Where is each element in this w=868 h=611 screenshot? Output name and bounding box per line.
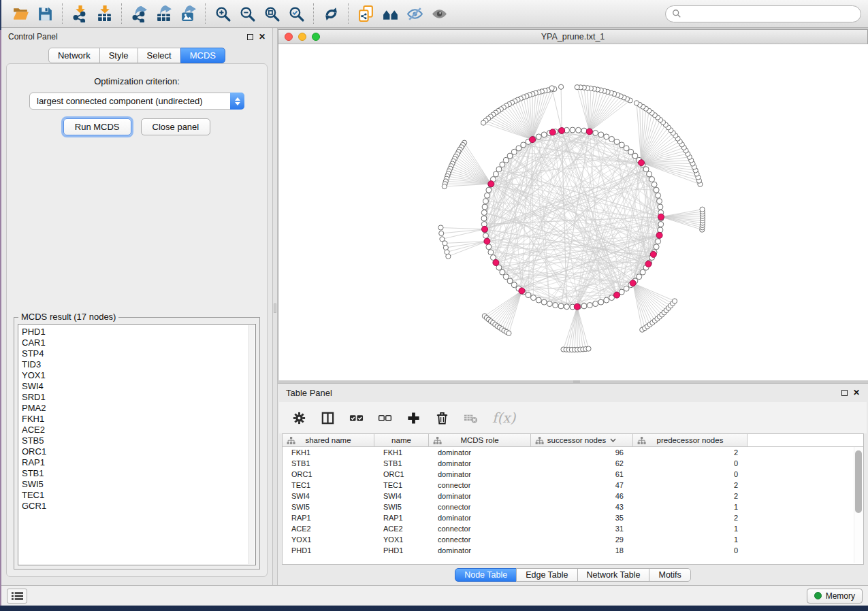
column-header-shared-name[interactable]: shared name bbox=[283, 434, 374, 446]
search-input[interactable] bbox=[686, 9, 854, 18]
table-row[interactable]: SWI5SWI5connector431 bbox=[283, 501, 863, 512]
tab-network[interactable]: Network bbox=[48, 48, 100, 63]
splitter-grip[interactable] bbox=[573, 380, 580, 383]
zoom-selected-button[interactable] bbox=[284, 3, 308, 24]
horizontal-splitter[interactable] bbox=[278, 380, 868, 383]
table-cell: 0 bbox=[633, 458, 748, 469]
table-row[interactable]: TEC1TEC1connector472 bbox=[283, 480, 863, 491]
shared-column-icon bbox=[637, 436, 646, 445]
mcds-result-item[interactable]: FKH1 bbox=[22, 414, 255, 425]
table-scrollbar-thumb[interactable] bbox=[855, 450, 862, 513]
table-cell: 1 bbox=[633, 523, 748, 534]
memory-button[interactable]: Memory bbox=[807, 589, 863, 604]
optimization-criterion-label: Optimization criterion: bbox=[7, 76, 267, 86]
mcds-result-item[interactable]: STB5 bbox=[22, 435, 255, 446]
mcds-result-item[interactable]: SWI5 bbox=[22, 479, 255, 490]
header-spacer bbox=[748, 434, 863, 446]
mcds-result-item[interactable]: SRD1 bbox=[22, 392, 255, 403]
cytoscape-window: Control Panel ✕ Network Style Select MCD… bbox=[1, 0, 868, 606]
criterion-dropdown[interactable]: largest connected component (undirected) bbox=[29, 93, 244, 110]
create-column-button[interactable] bbox=[406, 411, 421, 425]
export-network-button[interactable] bbox=[127, 3, 151, 24]
splitter-grip[interactable] bbox=[274, 303, 276, 313]
tab-network-table[interactable]: Network Table bbox=[577, 568, 650, 582]
new-network-from-selection-button[interactable] bbox=[353, 3, 378, 24]
table-row[interactable]: ACE2ACE2connector311 bbox=[283, 523, 863, 534]
table-settings-button[interactable] bbox=[292, 411, 306, 425]
table-panel-title: Table Panel bbox=[286, 388, 332, 398]
tab-motifs[interactable]: Motifs bbox=[649, 568, 690, 582]
tab-mcds[interactable]: MCDS bbox=[180, 48, 225, 63]
import-network-button[interactable] bbox=[67, 3, 92, 24]
show-columns-button[interactable] bbox=[321, 411, 335, 425]
zoom-in-button[interactable] bbox=[210, 3, 235, 24]
mcds-result-item[interactable]: PHD1 bbox=[22, 327, 255, 337]
apply-layout-button[interactable] bbox=[319, 3, 343, 24]
tab-edge-table[interactable]: Edge Table bbox=[516, 568, 577, 582]
close-panel-icon[interactable]: ✕ bbox=[259, 34, 266, 40]
import-table-button[interactable] bbox=[92, 3, 116, 24]
save-session-button[interactable] bbox=[33, 3, 57, 24]
table-row[interactable]: PHD1PHD1dominator180 bbox=[283, 545, 863, 556]
tab-style[interactable]: Style bbox=[99, 48, 138, 63]
table-cell: YOX1 bbox=[283, 534, 374, 545]
mcds-result-item[interactable]: GCR1 bbox=[22, 501, 255, 512]
select-all-button[interactable] bbox=[349, 411, 364, 425]
show-panel-list-button[interactable] bbox=[7, 589, 27, 604]
mcds-result-item[interactable]: ORC1 bbox=[22, 446, 255, 457]
close-panel-button[interactable]: Close panel bbox=[141, 118, 211, 135]
mcds-result-item[interactable]: CAR1 bbox=[22, 337, 255, 348]
column-header-successor-nodes[interactable]: successor nodes bbox=[531, 434, 633, 446]
node-table: shared name name MCDS role successor nod… bbox=[282, 433, 864, 565]
export-image-button[interactable] bbox=[176, 3, 200, 24]
tab-select[interactable]: Select bbox=[138, 48, 181, 63]
open-file-button[interactable] bbox=[8, 3, 33, 24]
float-panel-icon[interactable] bbox=[841, 390, 848, 396]
deselect-all-button[interactable] bbox=[378, 411, 392, 425]
zoom-out-button[interactable] bbox=[235, 3, 259, 24]
column-header-name[interactable]: name bbox=[374, 434, 429, 446]
table-cell: 43 bbox=[531, 501, 633, 512]
table-row[interactable]: FKH1FKH1dominator962 bbox=[283, 447, 863, 458]
mcds-result-group: MCDS result (17 nodes) PHD1CAR1STP4TID3Y… bbox=[14, 317, 260, 569]
close-panel-icon[interactable]: ✕ bbox=[853, 390, 860, 396]
status-bar: Memory bbox=[1, 585, 868, 606]
column-header-mcds-role[interactable]: MCDS role bbox=[429, 434, 531, 446]
table-row[interactable]: ORC1ORC1dominator610 bbox=[283, 469, 863, 480]
mcds-result-list[interactable]: PHD1CAR1STP4TID3YOX1SWI4SRD1PMA2FKH1ACE2… bbox=[18, 324, 256, 565]
mcds-result-item[interactable]: ACE2 bbox=[22, 425, 255, 435]
show-all-button[interactable] bbox=[427, 3, 451, 24]
network-graph[interactable] bbox=[278, 44, 868, 379]
mcds-result-item[interactable]: RAP1 bbox=[22, 457, 255, 468]
mcds-result-item[interactable]: PMA2 bbox=[22, 403, 255, 414]
column-header-predecessor-nodes[interactable]: predecessor nodes bbox=[633, 434, 748, 446]
node-table-header: shared name name MCDS role successor nod… bbox=[283, 434, 863, 447]
delete-column-button[interactable] bbox=[435, 411, 449, 425]
vertical-splitter[interactable] bbox=[272, 28, 278, 585]
table-row[interactable]: YOX1YOX1connector291 bbox=[283, 534, 863, 545]
mcds-result-item[interactable]: YOX1 bbox=[22, 370, 255, 381]
run-mcds-button[interactable]: Run MCDS bbox=[63, 118, 131, 135]
function-builder-button[interactable]: f(x) bbox=[492, 410, 515, 426]
first-neighbors-button[interactable] bbox=[378, 3, 402, 24]
float-panel-icon[interactable] bbox=[247, 34, 253, 40]
mcds-result-item[interactable]: SWI4 bbox=[22, 381, 255, 392]
table-row[interactable]: RAP1RAP1dominator352 bbox=[283, 512, 863, 523]
network-canvas[interactable] bbox=[278, 44, 868, 380]
network-window-titlebar[interactable]: YPA_prune.txt_1 bbox=[278, 29, 868, 44]
plus-icon bbox=[406, 411, 421, 425]
mcds-result-item[interactable]: TID3 bbox=[22, 359, 255, 370]
table-row[interactable]: STB1STB1dominator620 bbox=[283, 458, 863, 469]
mcds-result-item[interactable]: STB1 bbox=[22, 468, 255, 479]
delete-table-button[interactable] bbox=[464, 411, 478, 425]
tab-node-table[interactable]: Node Table bbox=[455, 568, 517, 582]
hide-selected-button[interactable] bbox=[402, 3, 427, 24]
table-row[interactable]: SWI4SWI4dominator462 bbox=[283, 491, 863, 501]
search-box[interactable] bbox=[665, 5, 861, 22]
table-cell: ACE2 bbox=[374, 523, 429, 534]
mcds-result-item[interactable]: TEC1 bbox=[22, 490, 255, 501]
list-scrollbar[interactable] bbox=[248, 325, 255, 564]
zoom-fit-button[interactable] bbox=[259, 3, 284, 24]
mcds-result-item[interactable]: STP4 bbox=[22, 348, 255, 359]
export-table-button[interactable] bbox=[151, 3, 176, 24]
